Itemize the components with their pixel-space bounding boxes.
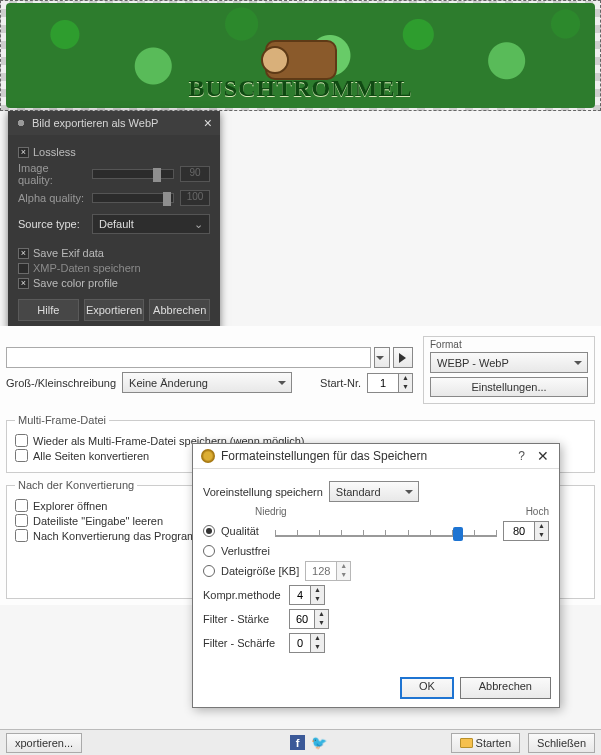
pattern-input[interactable] — [6, 347, 371, 368]
pattern-dropdown[interactable] — [374, 347, 390, 368]
log-icon — [265, 40, 337, 80]
lossless-label: Verlustfrei — [221, 545, 270, 557]
alpha-quality-label: Alpha quality: — [18, 192, 86, 204]
gimp-titlebar: Bild exportieren als WebP × — [8, 111, 220, 135]
close-button[interactable]: Schließen — [528, 733, 595, 753]
preset-label: Voreinstellung speichern — [203, 486, 323, 498]
gimp-title-text: Bild exportieren als WebP — [32, 117, 158, 129]
app-icon — [201, 449, 215, 463]
modal-titlebar: Formateinstellungen für das Speichern ? … — [193, 444, 559, 469]
filesize-label: Dateigröße [KB] — [221, 565, 299, 577]
banner-text: BUSCHTROMMEL — [188, 75, 412, 102]
start-button[interactable]: Starten — [451, 733, 520, 753]
image-quality-label: Image quality: — [18, 162, 86, 186]
ok-button[interactable]: OK — [400, 677, 454, 699]
filter-strength-label: Filter - Stärke — [203, 613, 283, 625]
export-button[interactable]: Exportieren — [84, 299, 145, 321]
alpha-quality-value[interactable]: 100 — [180, 190, 210, 206]
compr-label: Kompr.methode — [203, 589, 283, 601]
footer-export-button[interactable]: xportieren... — [6, 733, 82, 753]
gimp-export-panel: Bild exportieren als WebP × ×Lossless Im… — [8, 111, 220, 331]
lossless-radio[interactable] — [203, 545, 215, 557]
filter-strength-spinner[interactable]: ▲▼ — [289, 609, 329, 629]
axis-low: Niedrig — [255, 506, 287, 517]
filter-sharp-label: Filter - Schärfe — [203, 637, 283, 649]
image-quality-value[interactable]: 90 — [180, 166, 210, 182]
help-button[interactable]: Hilfe — [18, 299, 79, 321]
axis-high: Hoch — [526, 506, 549, 517]
color-profile-check[interactable]: ×Save color profile — [18, 277, 210, 289]
source-type-select[interactable]: Default — [92, 214, 210, 234]
format-label: Format — [430, 339, 588, 350]
image-quality-slider[interactable] — [92, 169, 174, 179]
start-nr-spinner[interactable]: ▲▼ — [367, 373, 413, 393]
save-exif-check[interactable]: ×Save Exif data — [18, 247, 210, 259]
lossless-check[interactable]: ×Lossless — [18, 146, 210, 158]
facebook-icon[interactable]: f — [290, 735, 305, 750]
start-nr-label: Start-Nr. — [320, 377, 361, 389]
close-icon[interactable]: ✕ — [535, 448, 551, 464]
after-legend: Nach der Konvertierung — [15, 479, 137, 491]
play-button[interactable] — [393, 347, 413, 368]
xmp-check[interactable]: XMP-Daten speichern — [18, 262, 210, 274]
alpha-quality-slider[interactable] — [92, 193, 174, 203]
format-settings-dialog: Formateinstellungen für das Speichern ? … — [192, 443, 560, 708]
cancel-button[interactable]: Abbrechen — [149, 299, 210, 321]
quality-label: Qualität — [221, 525, 269, 537]
case-select[interactable]: Keine Änderung — [122, 372, 292, 393]
preset-select[interactable]: Standard — [329, 481, 419, 502]
filter-sharp-spinner[interactable]: ▲▼ — [289, 633, 325, 653]
filesize-spinner[interactable]: ▲▼ — [305, 561, 351, 581]
source-type-label: Source type: — [18, 218, 86, 230]
folder-icon — [460, 738, 473, 748]
banner-image: BUSCHTROMMEL — [6, 3, 595, 108]
modal-cancel-button[interactable]: Abbrechen — [460, 677, 551, 699]
format-settings-button[interactable]: Einstellungen... — [430, 377, 588, 397]
quality-radio[interactable] — [203, 525, 215, 537]
quality-slider[interactable] — [275, 521, 497, 541]
multiframe-legend: Multi-Frame-Datei — [15, 414, 109, 426]
compr-spinner[interactable]: ▲▼ — [289, 585, 325, 605]
modal-title-text: Formateinstellungen für das Speichern — [221, 449, 427, 463]
gimp-icon — [14, 116, 28, 130]
close-icon[interactable]: × — [202, 115, 214, 131]
help-icon[interactable]: ? — [518, 449, 525, 463]
filesize-radio[interactable] — [203, 565, 215, 577]
format-select[interactable]: WEBP - WebP — [430, 352, 588, 373]
canvas-checker: BUSCHTROMMEL — [0, 0, 601, 111]
quality-spinner[interactable]: ▲▼ — [503, 521, 549, 541]
twitter-icon[interactable]: 🐦 — [311, 735, 326, 750]
case-label: Groß-/Kleinschreibung — [6, 377, 116, 389]
footer-bar: xportieren... f 🐦 Starten Schließen — [0, 729, 601, 755]
format-group: Format WEBP - WebP Einstellungen... — [423, 336, 595, 404]
